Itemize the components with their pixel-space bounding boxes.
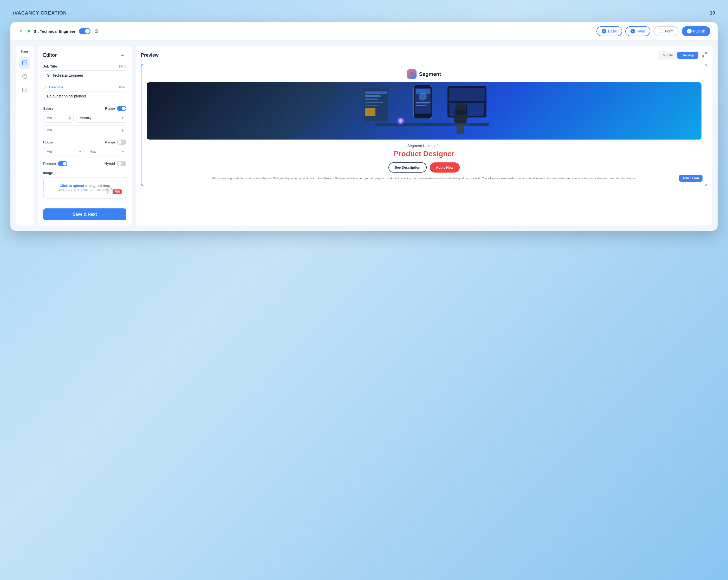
image-upload-area[interactable]: Click to upload or drag and drop SVG, PN… <box>43 177 126 198</box>
svg-rect-31 <box>375 123 489 126</box>
preview-description: We are seeking a talented and creative P… <box>147 176 701 181</box>
settings-icon[interactable]: ⚙ <box>94 28 99 34</box>
headline-count: 18/40 <box>119 85 126 89</box>
salary-max-wrapper: Min Max $ <box>43 125 126 135</box>
nav-form-button[interactable]: Form <box>653 26 679 36</box>
nav-page-button[interactable]: ✓ Page <box>625 26 651 36</box>
hero-illustration <box>147 82 696 140</box>
page-title: /VACANCY CREATION <box>13 10 67 16</box>
hours-label: Hours <box>43 140 53 144</box>
svg-point-10 <box>411 72 413 74</box>
image-field: Image Click to upload or drag and drop S… <box>43 171 126 198</box>
page-header: /VACANCY CREATION 10 <box>10 10 718 16</box>
hours-field: Hours Range Min ▾ <box>43 140 126 157</box>
step-2-icon[interactable] <box>19 71 30 82</box>
job-title-label: Sr. Technical Engineer <box>34 29 75 33</box>
remote-toggle[interactable] <box>58 161 67 166</box>
hours-max-wrapper: Max ▾ <box>86 147 126 157</box>
step-3-icon[interactable] <box>19 84 30 95</box>
salary-min-wrapper: Min Max $ <box>43 113 74 123</box>
top-bar-left: × Sr. Technical Engineer ⚙ <box>18 28 99 34</box>
hiring-text: Segment is hiring for <box>147 144 701 148</box>
file-upload-icon: 📄 <box>106 188 113 194</box>
close-button[interactable]: × <box>18 28 24 34</box>
svg-rect-13 <box>365 95 381 97</box>
salary-label: Salary <box>43 107 53 110</box>
salary-label-row: Salary Range <box>43 106 126 111</box>
currency-symbol-2: $ <box>122 128 126 132</box>
preview-card-inner: Segment <box>141 64 707 186</box>
currency-symbol-1: $ <box>69 116 73 120</box>
svg-rect-16 <box>365 105 379 106</box>
hero-image <box>147 82 701 140</box>
editor-panel: Editor ← Job Title 18/40 🪄 <box>38 46 132 225</box>
top-bar: × Sr. Technical Engineer ⚙ ✓ Basic ✓ Pag… <box>10 22 718 40</box>
svg-rect-12 <box>365 91 387 94</box>
mobile-tab[interactable]: Mobile <box>658 52 677 59</box>
image-label: Image <box>43 171 53 175</box>
monthly-wrapper: Monthly Weekly Hourly Yearly ▾ <box>76 113 126 123</box>
form-radio-icon <box>658 29 663 33</box>
hours-range-toggle[interactable] <box>117 140 126 145</box>
salary-max-select[interactable]: Min Max <box>44 126 122 135</box>
editor-header: Editor ← <box>43 51 126 59</box>
salary-min-row: Min Max $ Monthly Weekly Hourly Yearly <box>43 113 126 123</box>
apply-now-button[interactable]: Apply Now <box>430 162 460 172</box>
job-title-count: 18/40 <box>119 65 126 68</box>
company-name: Segment <box>419 71 441 77</box>
job-title-label: Job Title <box>43 64 57 68</box>
hours-label-row: Hours Range <box>43 140 126 145</box>
hours-range-label: Range <box>105 140 115 144</box>
save-next-button[interactable]: Save & Next <box>43 209 126 220</box>
preview-panel: Preview Mobile Desktop <box>136 46 712 225</box>
hybrid-toggle[interactable] <box>117 161 126 166</box>
svg-point-34 <box>399 119 402 123</box>
svg-rect-35 <box>451 124 470 126</box>
headline-label: 🪄 Headline <box>43 85 63 89</box>
hours-min-wrapper: Min ▾ <box>43 147 83 157</box>
page-check-icon: ✓ <box>630 29 635 33</box>
expand-button[interactable] <box>702 52 707 58</box>
svg-rect-25 <box>449 88 485 101</box>
salary-range-toggle[interactable] <box>117 106 126 111</box>
salary-max-row: Min Max $ <box>43 125 126 135</box>
preview-title: Preview <box>141 53 159 58</box>
job-title-field: Job Title 18/40 <box>43 64 126 80</box>
top-bar-right: ✓ Basic ✓ Page Form ✓ Publish <box>596 26 710 36</box>
editor-back-button[interactable]: ← <box>118 51 126 59</box>
company-logo-icon <box>407 70 417 79</box>
svg-line-9 <box>703 55 704 57</box>
job-title-input[interactable] <box>43 71 126 80</box>
headline-input[interactable] <box>43 91 126 101</box>
role-title: Product Designer <box>147 149 701 158</box>
preview-controls: Mobile Desktop <box>658 51 707 59</box>
svg-rect-22 <box>416 102 430 104</box>
headline-field: 🪄 Headline 18/40 <box>43 85 126 101</box>
page-number: 10 <box>710 10 715 16</box>
app-window: × Sr. Technical Engineer ⚙ ✓ Basic ✓ Pag… <box>10 22 718 231</box>
hybrid-item: Hybrid <box>105 161 126 166</box>
svg-line-8 <box>705 53 707 54</box>
publish-check-icon: ✓ <box>687 29 692 33</box>
nav-publish-button[interactable]: ✓ Publish <box>682 26 710 36</box>
svg-rect-14 <box>365 99 378 100</box>
hours-min-select[interactable]: Min <box>43 147 83 157</box>
svg-point-21 <box>419 93 427 101</box>
svg-rect-36 <box>457 126 464 134</box>
nav-basic-button[interactable]: ✓ Basic <box>596 26 622 36</box>
wand-icon: 🪄 <box>43 85 48 89</box>
remote-hybrid-row: Remote Hybrid <box>43 161 126 166</box>
monthly-select[interactable]: Monthly Weekly Hourly Yearly <box>76 113 122 122</box>
job-active-toggle[interactable] <box>79 28 90 34</box>
editor-title: Editor <box>43 53 57 58</box>
company-logo-row: Segment <box>147 70 701 79</box>
svg-point-30 <box>453 110 468 115</box>
svg-rect-0 <box>23 61 27 65</box>
salary-min-select[interactable]: Min Max <box>44 113 69 122</box>
preview-tabs: Mobile Desktop <box>658 51 699 59</box>
hours-max-select[interactable]: Max <box>86 147 126 157</box>
step-1-icon[interactable] <box>19 57 30 68</box>
desktop-tab[interactable]: Desktop <box>677 52 698 59</box>
upload-link[interactable]: Click to upload <box>60 184 84 188</box>
see-description-button[interactable]: See Description <box>388 162 426 172</box>
